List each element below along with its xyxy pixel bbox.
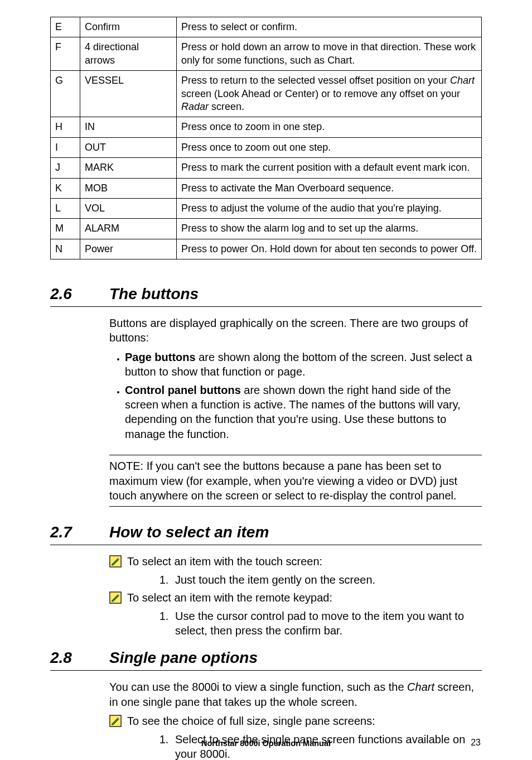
row-id: J [51, 158, 80, 178]
row-name: ALARM [80, 219, 177, 239]
step-list: Just touch the item gently on the screen… [156, 573, 482, 587]
section-heading: 2.6 The buttons [50, 285, 482, 303]
row-id: F [51, 37, 80, 71]
row-desc: Press to show the alarm log and to set u… [177, 219, 482, 239]
table-row: N Power Press to power On. Hold down for… [51, 239, 482, 259]
page-footer: Northstar 8000i Operation Manual 23 [0, 739, 532, 748]
row-id: K [51, 178, 80, 198]
procedure-intro: To see the choice of full size, single p… [109, 714, 482, 728]
list-item: Control panel buttons are shown down the… [125, 383, 482, 442]
paragraph: Buttons are displayed graphically on the… [109, 316, 482, 345]
row-desc: Press to activate the Man Overboard sequ… [177, 178, 482, 198]
table-row: K MOB Press to activate the Man Overboar… [51, 178, 482, 198]
row-id: G [51, 71, 80, 117]
procedure-intro-text: To select an item with the touch screen: [127, 554, 322, 569]
row-name: OUT [80, 137, 177, 157]
row-desc: Press to adjust the volume of the audio … [177, 198, 482, 218]
divider [109, 455, 482, 455]
row-name: Power [80, 239, 177, 259]
row-desc: Press once to zoom out one step. [177, 137, 482, 157]
divider [50, 670, 482, 671]
table-row: I OUT Press once to zoom out one step. [51, 137, 482, 157]
manual-title: Northstar 8000i Operation Manual [201, 739, 331, 748]
row-desc: Press to select or confirm. [177, 17, 482, 37]
note-text: NOTE: If you can't see the buttons becau… [109, 459, 482, 503]
table-row: J MARK Press to mark the current positio… [51, 158, 482, 178]
row-desc: Press to mark the current position with … [177, 158, 482, 178]
row-desc: Press or hold down an arrow to move in t… [177, 37, 482, 71]
row-id: E [51, 17, 80, 37]
list-item: Page buttons are shown along the bottom … [125, 350, 482, 379]
section-title: The buttons [109, 285, 199, 303]
table-row: F 4 directional arrows Press or hold dow… [51, 37, 482, 71]
row-name: VESSEL [80, 71, 177, 117]
pencil-icon [109, 555, 122, 567]
section-number: 2.7 [50, 523, 89, 541]
procedure-intro-text: To select an item with the remote keypad… [127, 590, 332, 605]
row-id: I [51, 137, 80, 157]
table-row: M ALARM Press to show the alarm log and … [51, 219, 482, 239]
section-title: How to select an item [109, 523, 269, 541]
pencil-icon [109, 591, 122, 604]
section-number: 2.8 [50, 649, 89, 667]
row-id: N [51, 239, 80, 259]
divider [50, 545, 482, 545]
procedure-intro-text: To see the choice of full size, single p… [127, 714, 375, 728]
row-name: MARK [80, 158, 177, 178]
table-row: E Confirm Press to select or confirm. [51, 17, 482, 37]
step-item: Use the cursor control pad to move to th… [172, 609, 482, 638]
row-name: Confirm [80, 17, 177, 37]
step-item: Just touch the item gently on the screen… [172, 573, 482, 587]
divider [50, 306, 482, 307]
row-name: IN [80, 117, 177, 137]
row-desc: Press once to zoom in one step. [177, 117, 482, 137]
row-desc: Press to return to the selected vessel o… [177, 71, 482, 117]
section-heading: 2.7 How to select an item [50, 523, 482, 541]
row-name: MOB [80, 178, 177, 198]
row-name: VOL [80, 198, 177, 218]
page-number: 23 [471, 738, 481, 748]
divider [109, 506, 482, 507]
table-row: H IN Press once to zoom in one step. [51, 117, 482, 137]
table-row: L VOL Press to adjust the volume of the … [51, 198, 482, 218]
row-name: 4 directional arrows [80, 37, 177, 71]
section-title: Single pane options [109, 649, 258, 667]
row-id: M [51, 219, 80, 239]
pencil-icon [109, 715, 122, 727]
table-row: G VESSEL Press to return to the selected… [51, 71, 482, 117]
row-desc: Press to power On. Hold down for about t… [177, 239, 482, 259]
key-reference-table: E Confirm Press to select or confirm. F … [50, 17, 482, 259]
section-body: Buttons are displayed graphically on the… [109, 316, 482, 507]
section-number: 2.6 [50, 285, 89, 303]
section-heading: 2.8 Single pane options [50, 649, 482, 667]
procedure-intro: To select an item with the remote keypad… [109, 590, 482, 605]
row-id: L [51, 198, 80, 218]
paragraph: You can use the 8000i to view a single f… [109, 680, 482, 709]
section-body: You can use the 8000i to view a single f… [109, 680, 482, 709]
step-list: Use the cursor control pad to move to th… [156, 609, 482, 638]
procedure-intro: To select an item with the touch screen: [109, 554, 482, 569]
row-id: H [51, 117, 80, 137]
